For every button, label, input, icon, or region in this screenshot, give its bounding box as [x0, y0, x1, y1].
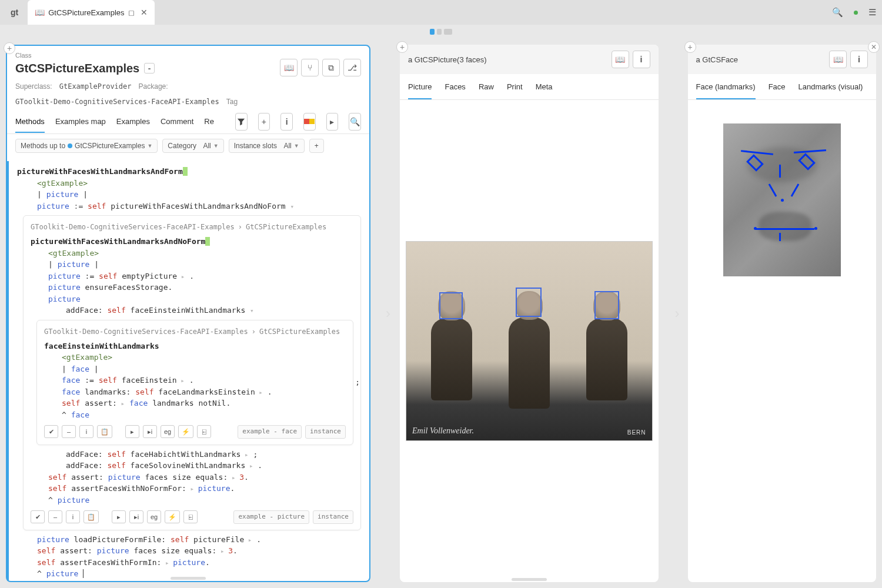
info-icon[interactable]: i — [850, 51, 868, 68]
method-block[interactable]: pictureWithFacesWithLandmarksAndForm <gt… — [7, 161, 369, 581]
remove-button[interactable]: – — [48, 510, 62, 523]
copy-icon[interactable]: ⧉ — [322, 59, 340, 76]
tab-face-landmarks[interactable]: Face (landmarks) — [696, 75, 756, 99]
class-tabs: Methods Examples map Examples Comment Re… — [7, 109, 369, 134]
play-inspect-button[interactable]: ▸i — [143, 425, 157, 438]
book-icon[interactable]: 📖 — [829, 51, 847, 68]
remove-button[interactable]: – — [62, 425, 76, 438]
inspect-icon[interactable]: ⍇ — [197, 425, 211, 438]
git-icon[interactable]: ⎇ — [343, 59, 361, 76]
landmark-dot — [814, 227, 817, 230]
play-button[interactable]: ▸ — [125, 425, 139, 438]
photo-signature: Emil Vollenweider. — [412, 426, 474, 436]
pager-dot[interactable] — [430, 29, 435, 35]
filter-instance-slots[interactable]: Instance slots All ▼ — [229, 139, 305, 153]
superclass-value[interactable]: GtExampleProvider — [59, 82, 132, 91]
superclass-label: Superclass: — [15, 82, 52, 91]
example-tag[interactable]: example - face — [238, 425, 302, 439]
close-pane-button[interactable]: ✕ — [868, 41, 880, 53]
photo-mark: BERN — [627, 429, 646, 436]
package-label: Package: — [139, 82, 168, 91]
colors-icon[interactable] — [303, 113, 316, 131]
status-dot — [854, 11, 858, 15]
filter-category[interactable]: Category All ▼ — [162, 139, 223, 153]
breadcrumb-class[interactable]: GtCSPictureExamples — [246, 222, 326, 232]
instance-tag[interactable]: instance — [305, 425, 346, 439]
add-filter-button[interactable]: + — [309, 139, 324, 153]
eg-button[interactable]: eg — [161, 425, 175, 438]
face-tabs: Face (landmarks) Face Landmarks (visual) — [688, 74, 876, 100]
tab-raw[interactable]: Raw — [479, 75, 494, 98]
nested-method-card[interactable]: GToolkit-Demo-CognitiveServices-FaceAPI-… — [36, 320, 353, 445]
tab-face[interactable]: Face — [769, 75, 786, 98]
tab-comment[interactable]: Comment — [161, 111, 193, 132]
search-icon[interactable]: 🔍 — [832, 7, 843, 18]
clipboard-icon[interactable]: 📋 — [83, 510, 99, 523]
package-value[interactable]: GToolkit-Demo-CognitiveServices-FaceAPI-… — [15, 98, 219, 106]
pager-dot[interactable] — [437, 29, 442, 35]
scrollbar[interactable] — [171, 577, 206, 580]
topbar: gt 📖 GtCSPictureExamples ◻ ✕ 🔍 ☰ — [0, 0, 882, 25]
example-tag[interactable]: example - picture — [233, 510, 309, 524]
clipboard-icon[interactable]: 📋 — [97, 425, 112, 438]
tab-methods[interactable]: Methods — [15, 111, 45, 133]
tab-examples[interactable]: Examples — [116, 111, 150, 132]
filter-methods-up-to[interactable]: Methods up to GtCSPictureExamples ▼ — [15, 139, 158, 153]
play-button[interactable]: ▸ — [112, 510, 126, 523]
info-button[interactable]: i — [79, 425, 93, 438]
photo-frame[interactable]: Emil Vollenweider. BERN — [406, 241, 653, 441]
book-icon[interactable]: 📖 — [612, 51, 629, 68]
class-label: Class — [15, 52, 361, 59]
play-inspect-button[interactable]: ▸i — [129, 510, 143, 523]
tab-references[interactable]: Re — [204, 111, 214, 132]
info-icon[interactable]: i — [633, 51, 650, 68]
landmark-mouth — [756, 228, 814, 230]
instance-tag[interactable]: instance — [313, 510, 353, 524]
expand-pane-button[interactable]: + — [396, 41, 408, 53]
book-icon[interactable]: 📖 — [280, 59, 298, 76]
close-icon[interactable]: ✕ — [141, 8, 148, 17]
expand-pane-button[interactable]: + — [4, 42, 15, 54]
info-icon[interactable]: i — [280, 113, 293, 131]
face-bounding-box[interactable] — [594, 291, 619, 319]
hamburger-icon[interactable]: ☰ — [868, 7, 876, 18]
canvas-pager — [0, 25, 882, 39]
tab-faces[interactable]: Faces — [445, 75, 465, 98]
nested-method-card[interactable]: GToolkit-Demo-CognitiveServices-FaceAPI-… — [23, 215, 361, 530]
face-bounding-box[interactable] — [516, 288, 542, 317]
tab-landmarks-visual[interactable]: Landmarks (visual) — [799, 75, 863, 98]
debug-button[interactable]: ⚡ — [178, 425, 193, 438]
info-button[interactable]: i — [66, 510, 80, 523]
expand-pane-button[interactable]: + — [684, 41, 696, 53]
collapse-button[interactable]: - — [144, 63, 155, 74]
play-icon[interactable]: ▸ — [326, 113, 339, 131]
filter-icon[interactable] — [235, 113, 248, 131]
maximize-icon[interactable]: ◻ — [128, 8, 135, 17]
tab-print[interactable]: Print — [507, 75, 523, 98]
accept-button[interactable]: ✔ — [44, 425, 58, 438]
accept-button[interactable]: ✔ — [31, 510, 45, 523]
class-name: GtCSPictureExamples — [15, 62, 139, 75]
debug-button[interactable]: ⚡ — [165, 510, 180, 523]
hierarchy-icon[interactable]: ⑂ — [301, 59, 319, 76]
chevron-right-icon[interactable]: › — [675, 305, 680, 322]
breadcrumb-package[interactable]: GToolkit-Demo-CognitiveServices-FaceAPI-… — [44, 326, 248, 337]
tab-examples-map[interactable]: Examples map — [55, 111, 106, 132]
window-tab[interactable]: 📖 GtCSPictureExamples ◻ ✕ — [28, 0, 154, 25]
tab-picture[interactable]: Picture — [408, 75, 432, 99]
breadcrumb-class[interactable]: GtCSPictureExamples — [259, 326, 340, 337]
eg-button[interactable]: eg — [147, 510, 161, 523]
landmark-mouth — [779, 233, 781, 241]
add-icon[interactable]: + — [258, 113, 270, 131]
scrollbar[interactable] — [512, 578, 547, 581]
face-bounding-box[interactable] — [439, 292, 463, 319]
inspect-icon[interactable]: ⍇ — [183, 510, 198, 523]
chevron-right-icon[interactable]: › — [386, 305, 390, 322]
pager-dot[interactable] — [444, 29, 452, 35]
face-crop[interactable] — [723, 123, 841, 276]
class-pane: + Class GtCSPictureExamples - 📖 ⑂ ⧉ ⎇ Su… — [6, 45, 370, 582]
breadcrumb-package[interactable]: GToolkit-Demo-CognitiveServices-FaceAPI-… — [31, 222, 235, 232]
tab-meta[interactable]: Meta — [536, 75, 553, 98]
picture-view: Emil Vollenweider. BERN — [400, 100, 659, 582]
search-icon[interactable]: 🔍 — [349, 113, 361, 131]
